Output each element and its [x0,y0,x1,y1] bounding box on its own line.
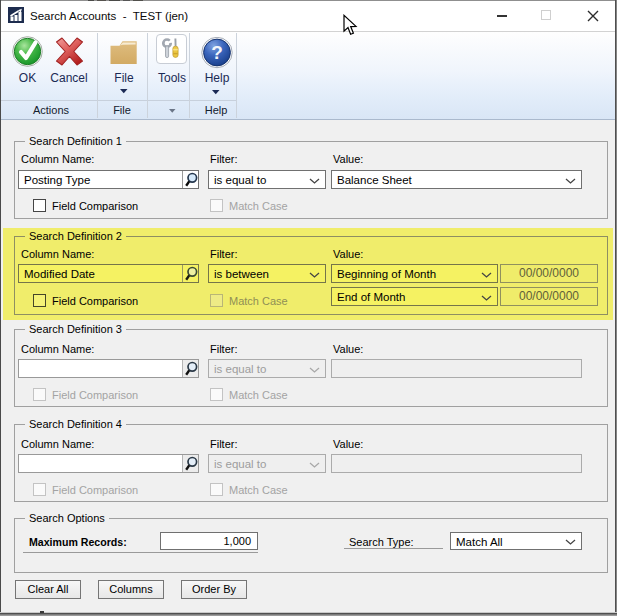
svg-text:?: ? [211,42,223,63]
